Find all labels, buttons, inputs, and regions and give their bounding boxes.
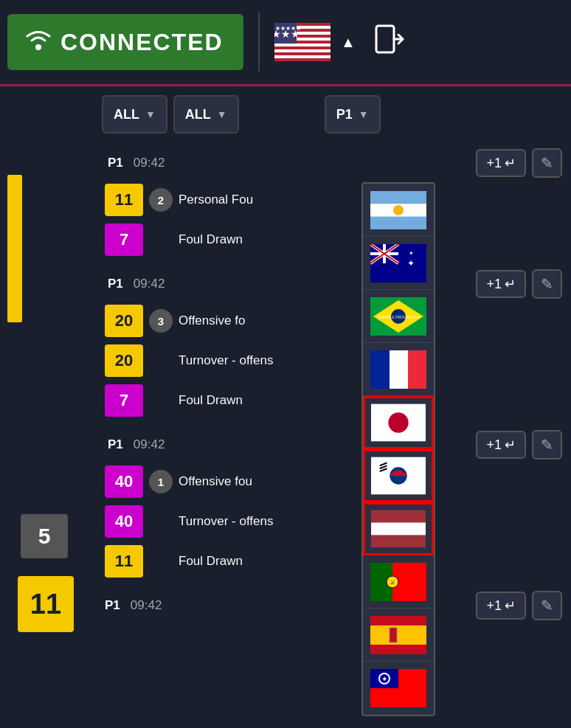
svg-text:⚔: ⚔ <box>390 580 395 585</box>
add-arrow-icon-4: ↵ <box>505 597 516 614</box>
svg-rect-30 <box>370 350 390 389</box>
period-2: P1 <box>108 277 123 291</box>
table-row: 7 Foul Drawn <box>105 383 565 418</box>
svg-rect-45 <box>370 625 426 645</box>
flag-item-argentina[interactable] <box>363 184 434 237</box>
svg-text:✦: ✦ <box>381 675 387 683</box>
edit-button-2[interactable]: ✎ <box>532 269 562 299</box>
event-actions-1: +1 ↵ ✎ <box>476 148 562 178</box>
event-header-2: P1 09:42 +1 ↵ ✎ <box>105 265 565 303</box>
filter-row: ALL ▼ ALL ▼ P1 ▼ <box>102 95 565 134</box>
edit-button-1[interactable]: ✎ <box>532 148 562 178</box>
time-2: 09:42 <box>134 277 165 291</box>
svg-rect-4 <box>274 44 331 46</box>
player-number: 20 <box>105 344 143 377</box>
chevron-down-icon-2: ▼ <box>217 108 227 120</box>
flag-item-south-korea[interactable] <box>363 449 434 502</box>
flag-item-portugal[interactable]: ⚔ <box>363 555 434 609</box>
event-header-3: P1 09:42 +1 ↵ ✎ <box>105 426 565 464</box>
edit-button-4[interactable]: ✎ <box>532 591 562 620</box>
table-row: 20 3 Offensive fo <box>105 303 565 339</box>
score-gray: 5 <box>21 514 68 558</box>
svg-rect-6 <box>274 55 331 58</box>
svg-text:✦: ✦ <box>409 250 414 257</box>
wifi-icon <box>25 28 52 56</box>
period-1: P1 <box>108 156 123 170</box>
edit-button-3[interactable]: ✎ <box>532 430 562 460</box>
player-number: 11 <box>105 184 143 216</box>
flag-chevron-icon[interactable]: ▲ <box>341 34 356 51</box>
left-sidebar: 5 11 •• <box>0 86 96 728</box>
flag-item-australia[interactable]: ✦ ✦ <box>363 237 434 290</box>
add-button-2[interactable]: +1 ↵ <box>476 270 526 298</box>
player-number: 7 <box>105 223 143 256</box>
player-number: 40 <box>105 505 143 538</box>
connected-label: CONNECTED <box>60 29 224 56</box>
period-4: P1 <box>105 598 120 613</box>
circle-number: 2 <box>149 188 173 212</box>
chevron-down-icon-3: ▼ <box>359 108 369 120</box>
edit-pencil-icon-1: ✎ <box>541 155 553 171</box>
svg-rect-46 <box>390 628 397 642</box>
svg-rect-39 <box>371 523 426 535</box>
table-row: 40 1 Offensive fou <box>105 464 565 499</box>
flag-dropdown[interactable]: ✦ ✦ ORDEM E PROGRESSO <box>361 182 435 716</box>
content-area: ALL ▼ ALL ▼ P1 ▼ P1 09:42 +1 <box>96 86 571 728</box>
add-arrow-icon-3: ↵ <box>505 437 516 453</box>
main-area: 5 11 •• ALL ▼ ALL ▼ P1 ▼ <box>0 86 571 728</box>
score-dots: •• <box>28 635 38 651</box>
period-3: P1 <box>108 437 123 452</box>
flag-item-taiwan[interactable]: ✦ <box>363 662 434 715</box>
event-actions-2: +1 ↵ ✎ <box>476 269 562 299</box>
circle-number: 1 <box>149 470 173 493</box>
event-actions-4: +1 ↵ ✎ <box>476 591 562 620</box>
svg-rect-5 <box>274 49 331 52</box>
header: CONNECTED ★★★ ★★★★★★ ▲ <box>0 0 571 86</box>
flag-item-spain[interactable] <box>363 609 434 662</box>
svg-text:★★★★★★: ★★★★★★ <box>274 25 301 32</box>
player-number: 7 <box>105 384 143 417</box>
event-header-4: P1 09:42 +1 ↵ ✎ <box>102 586 565 625</box>
svg-text:ORDEM E PROGRESSO: ORDEM E PROGRESSO <box>378 315 420 319</box>
flag-item-latvia[interactable] <box>363 502 434 555</box>
svg-rect-10 <box>376 26 394 52</box>
table-row: 11 Foul Drawn <box>105 544 565 579</box>
event-group-2: P1 09:42 +1 ↵ ✎ 20 3 <box>102 265 565 418</box>
player-number: 11 <box>105 545 143 578</box>
svg-point-13 <box>393 205 404 215</box>
add-button-3[interactable]: +1 ↵ <box>476 431 526 459</box>
flag-item-japan[interactable] <box>363 396 434 449</box>
edit-pencil-icon-4: ✎ <box>541 597 553 614</box>
filter-all-2[interactable]: ALL ▼ <box>173 95 239 134</box>
event-group-1: P1 09:42 +1 ↵ ✎ 11 2 <box>102 144 565 257</box>
logout-icon[interactable] <box>373 23 406 62</box>
player-number: 40 <box>105 465 143 498</box>
connected-button[interactable]: CONNECTED <box>7 14 243 70</box>
flag-item-brazil[interactable]: ORDEM E PROGRESSO <box>363 290 434 343</box>
time-4: 09:42 <box>131 598 162 613</box>
filter-p1[interactable]: P1 ▼ <box>325 95 381 134</box>
circle-number: 3 <box>149 309 173 333</box>
filter-all-1[interactable]: ALL ▼ <box>102 95 167 134</box>
yellow-bar <box>7 175 22 322</box>
flag-item-france[interactable] <box>363 343 434 396</box>
edit-pencil-icon-2: ✎ <box>541 276 553 292</box>
add-arrow-icon-2: ↵ <box>505 276 516 292</box>
event-header-1: P1 09:42 +1 ↵ ✎ <box>105 144 565 182</box>
table-row: 20 Turnover - offens <box>105 343 565 378</box>
chevron-down-icon-1: ▼ <box>145 108 156 120</box>
score-yellow: 11 <box>18 576 74 632</box>
add-button-1[interactable]: +1 ↵ <box>476 149 526 177</box>
header-divider <box>258 13 260 72</box>
time-1: 09:42 <box>134 156 165 170</box>
event-actions-3: +1 ↵ ✎ <box>476 430 562 460</box>
event-group-3: P1 09:42 +1 ↵ ✎ 40 1 <box>102 426 565 579</box>
player-number: 20 <box>105 305 143 337</box>
svg-text:✦: ✦ <box>407 258 415 268</box>
us-flag[interactable]: ★★★ ★★★★★★ <box>274 23 331 61</box>
svg-point-32 <box>388 412 408 432</box>
time-3: 09:42 <box>134 437 165 452</box>
add-arrow-icon-1: ↵ <box>505 155 516 171</box>
add-button-4[interactable]: +1 ↵ <box>476 592 526 620</box>
table-row: 7 Foul Drawn <box>105 222 565 257</box>
